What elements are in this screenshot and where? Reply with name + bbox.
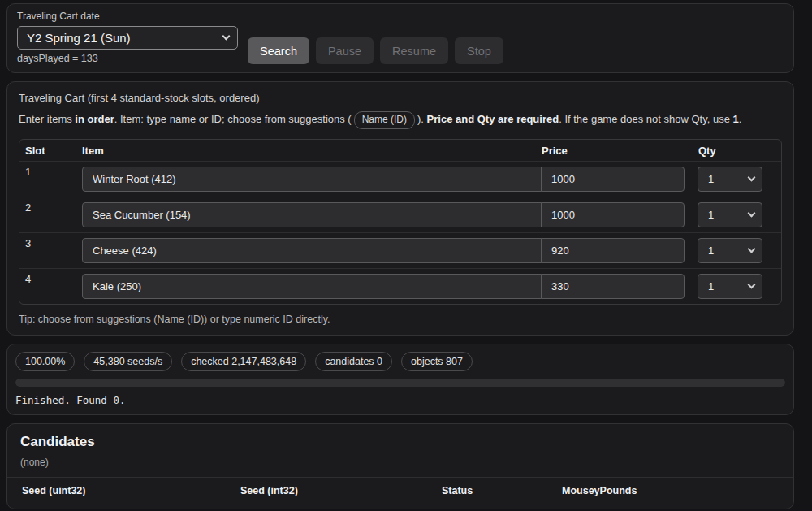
qty-value: 1: [708, 280, 714, 292]
price-input[interactable]: [541, 202, 685, 227]
item-input[interactable]: [82, 202, 542, 227]
qty-select[interactable]: 1: [698, 202, 762, 227]
col-header-seed-int32: Seed (int32): [240, 485, 442, 496]
progress-percent-badge: 100.00%: [15, 352, 75, 371]
col-header-qty: Qty: [685, 145, 781, 157]
stop-button[interactable]: Stop: [455, 37, 503, 64]
price-cell: [542, 202, 685, 227]
qty-select[interactable]: 1: [698, 167, 762, 192]
candidates-empty-label: (none): [20, 457, 780, 468]
qty-select[interactable]: 1: [698, 238, 762, 263]
item-input[interactable]: [82, 274, 542, 299]
cart-instructions: Enter items in order. Item: type name or…: [19, 111, 782, 129]
status-panel: 100.00% 45,380 seeds/s checked 2,147,483…: [6, 344, 794, 415]
speed-badge: 45,380 seeds/s: [84, 352, 172, 371]
candidates-table-header: Seed (uint32) Seed (int32) Status Mousey…: [7, 477, 793, 496]
slot-number: 3: [19, 233, 82, 249]
price-input[interactable]: [541, 238, 685, 263]
col-header-slot: Slot: [19, 145, 82, 157]
table-row: 3 1: [19, 232, 781, 268]
date-column: Y2 Spring 21 (Sun) daysPlayed = 133: [17, 26, 238, 64]
price-input[interactable]: [541, 274, 685, 299]
days-played-label: daysPlayed = 133: [17, 53, 238, 64]
qty-cell: 1: [685, 238, 781, 263]
price-cell: [542, 238, 685, 263]
table-row: 4 1: [19, 268, 781, 304]
qty-cell: 1: [685, 167, 781, 192]
item-cell: [82, 202, 542, 227]
cart-tip: Tip: choose from suggestions (Name (ID))…: [19, 314, 782, 325]
status-message: Finished. Found 0.: [15, 394, 785, 406]
name-id-pill: Name (ID): [354, 111, 415, 129]
action-buttons: Search Pause Resume Stop: [248, 37, 503, 64]
instr-bold: 1: [733, 113, 739, 125]
col-header-mouseypounds: MouseyPounds: [562, 485, 780, 496]
instr-bold: in order: [75, 113, 114, 125]
item-cell: [82, 167, 542, 192]
instr-text: .: [739, 113, 742, 125]
qty-select[interactable]: 1: [698, 274, 762, 299]
col-header-price: Price: [542, 145, 685, 157]
instr-text: Enter items: [19, 113, 75, 125]
slot-number: 4: [19, 269, 82, 285]
item-input[interactable]: [82, 167, 542, 192]
qty-value: 1: [708, 209, 714, 221]
top-controls-panel: Traveling Cart date Y2 Spring 21 (Sun) d…: [6, 3, 794, 73]
instr-text: . Item: type name or ID; choose from sug…: [114, 113, 352, 125]
chevron-down-icon: [748, 281, 756, 289]
price-input[interactable]: [541, 167, 685, 192]
date-label: Traveling Cart date: [17, 11, 784, 22]
qty-value: 1: [708, 173, 714, 185]
table-row: 2 1: [19, 197, 781, 232]
search-button[interactable]: Search: [248, 37, 309, 64]
qty-value: 1: [708, 245, 714, 257]
chevron-down-icon: [748, 245, 756, 253]
pause-button[interactable]: Pause: [316, 37, 374, 64]
cart-slots-table: Slot Item Price Qty 1 1 2 1 3 1 4: [19, 139, 782, 305]
date-select-value: Y2 Spring 21 (Sun): [27, 31, 131, 45]
col-header-seed-uint32: Seed (uint32): [22, 485, 240, 496]
candidates-panel: Candidates (none) Seed (uint32) Seed (in…: [6, 423, 794, 509]
table-row: 1 1: [19, 161, 781, 197]
col-header-status: Status: [442, 485, 562, 496]
col-header-item: Item: [82, 145, 542, 157]
slot-number: 2: [19, 197, 82, 214]
candidates-title: Candidates: [20, 434, 780, 450]
price-cell: [542, 167, 685, 192]
item-cell: [82, 274, 542, 299]
status-badges: 100.00% 45,380 seeds/s checked 2,147,483…: [15, 352, 785, 371]
checked-count-badge: checked 2,147,483,648: [181, 352, 306, 371]
chevron-down-icon: [748, 174, 756, 182]
instr-bold: Price and Qty are required: [427, 113, 559, 125]
price-cell: [542, 274, 685, 299]
instr-text: . If the game does not show Qty, use: [559, 113, 732, 125]
qty-cell: 1: [685, 202, 781, 227]
resume-button[interactable]: Resume: [380, 37, 448, 64]
item-cell: [82, 238, 542, 263]
controls-row: Y2 Spring 21 (Sun) daysPlayed = 133 Sear…: [17, 26, 784, 64]
progress-fill: [15, 379, 785, 387]
cart-panel: Traveling Cart (first 4 standard-stock s…: [6, 81, 794, 336]
chevron-down-icon: [748, 210, 756, 218]
qty-cell: 1: [685, 274, 781, 299]
progress-bar: [15, 379, 785, 387]
cart-panel-title: Traveling Cart (first 4 standard-stock s…: [19, 92, 782, 104]
instr-text: ).: [417, 113, 427, 125]
objects-count-badge: objects 807: [401, 352, 473, 371]
candidates-count-badge: candidates 0: [315, 352, 392, 371]
chevron-down-icon: [222, 32, 231, 41]
date-select[interactable]: Y2 Spring 21 (Sun): [17, 26, 238, 50]
cart-table-header: Slot Item Price Qty: [19, 140, 781, 161]
item-input[interactable]: [82, 238, 542, 263]
slot-number: 1: [19, 162, 82, 178]
